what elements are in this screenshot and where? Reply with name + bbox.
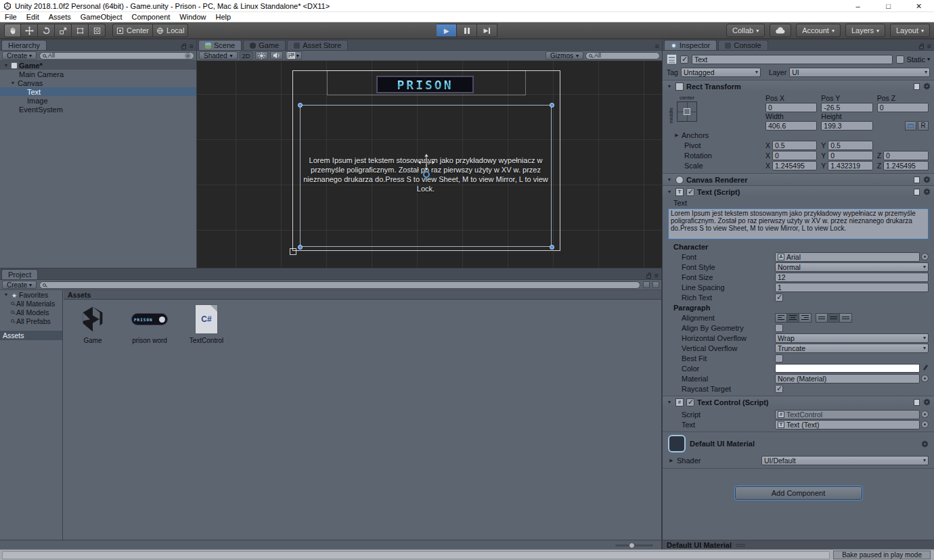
hierarchy-item-text[interactable]: Text — [0, 87, 196, 96]
material-preview-bar[interactable]: Default UI Material — [663, 540, 934, 549]
pivot-center-button[interactable]: Center — [112, 24, 153, 37]
align-right-button[interactable] — [799, 313, 811, 323]
scene-viewport[interactable]: PRISON Lorem Ipsum jest tekstem stosowan… — [197, 61, 662, 268]
foldout-icon[interactable] — [666, 400, 673, 404]
help-icon[interactable] — [914, 83, 920, 90]
gizmos-dropdown[interactable]: Gizmos — [546, 51, 583, 60]
pause-button[interactable] — [457, 24, 477, 37]
object-picker-icon[interactable] — [921, 411, 929, 418]
foldout-icon[interactable] — [3, 292, 9, 297]
tag-dropdown[interactable]: Untagged — [681, 68, 761, 77]
component-header[interactable]: # Text Control (Script) — [663, 396, 934, 408]
width-field[interactable]: 406.6 — [765, 121, 817, 131]
scale-y-field[interactable]: 1.432319 — [828, 161, 872, 170]
asset-item-prison-word[interactable]: PRISON prison word — [127, 304, 172, 344]
component-enabled-checkbox[interactable] — [686, 188, 694, 196]
hierarchy-item-image[interactable]: Image — [0, 96, 196, 105]
scale-tool-button[interactable] — [55, 24, 72, 37]
hand-tool-button[interactable] — [4, 24, 21, 37]
panel-menu-icon[interactable] — [927, 42, 931, 50]
toggle-2d-button[interactable]: 2D — [240, 51, 253, 60]
menu-edit[interactable]: Edit — [22, 13, 44, 21]
gear-icon[interactable] — [923, 188, 931, 195]
menu-window[interactable]: Window — [175, 13, 210, 21]
help-icon[interactable] — [914, 399, 920, 406]
help-icon[interactable] — [914, 177, 920, 183]
assets-folder-item[interactable]: Assets — [0, 331, 62, 340]
rect-handle-bottom-left[interactable] — [298, 245, 303, 250]
material-object-field[interactable]: None (Material) — [775, 374, 920, 383]
pivot-handle[interactable] — [423, 171, 430, 178]
scale-z-field[interactable]: 1.245495 — [883, 161, 929, 170]
account-button[interactable]: Account — [796, 24, 841, 37]
transform-tool-button[interactable] — [89, 24, 106, 37]
create-button[interactable]: Create — [2, 281, 37, 289]
raycast-target-checkbox[interactable] — [775, 385, 783, 393]
object-picker-icon[interactable] — [921, 253, 929, 260]
rotate-tool-button[interactable] — [38, 24, 55, 37]
rotation-x-field[interactable]: 0 — [772, 151, 817, 160]
window-close-button[interactable] — [904, 0, 934, 11]
script-object-field[interactable]: #TextControl — [775, 410, 920, 419]
material-header[interactable]: Default UI Material — [663, 432, 934, 455]
shader-dropdown[interactable]: UI/Default — [761, 456, 929, 465]
favorite-all-prefabs[interactable]: All Prefabs — [0, 317, 62, 325]
step-button[interactable] — [477, 24, 497, 37]
component-header[interactable]: Rect Transform — [663, 80, 934, 92]
collab-button[interactable]: Collab — [726, 24, 765, 37]
search-by-label-button[interactable] — [652, 281, 659, 288]
search-clear-icon[interactable] — [185, 53, 191, 59]
blueprint-mode-button[interactable] — [905, 121, 916, 131]
component-enabled-checkbox[interactable] — [686, 398, 694, 406]
move-gizmo-icon[interactable] — [418, 154, 435, 171]
search-input[interactable]: All — [39, 52, 194, 60]
create-button[interactable]: Create — [2, 51, 37, 60]
menu-file[interactable]: File — [0, 13, 22, 21]
foldout-icon[interactable] — [9, 80, 16, 85]
rotation-z-field[interactable]: 0 — [883, 151, 929, 160]
hierarchy-item-eventsystem[interactable]: EventSystem — [0, 105, 196, 114]
menu-assets[interactable]: Assets — [44, 13, 76, 21]
tab-console[interactable]: Console — [718, 40, 768, 50]
asset-item-game[interactable]: Game — [70, 304, 115, 344]
panel-menu-icon[interactable] — [655, 42, 659, 50]
hierarchy-item-scene[interactable]: Game* — [0, 61, 196, 70]
panel-menu-icon[interactable] — [654, 271, 659, 279]
draw-mode-dropdown[interactable]: Shaded — [199, 51, 238, 60]
anchor-preset-widget[interactable]: center middle — [668, 95, 702, 122]
console-status-field[interactable] — [2, 551, 830, 559]
foldout-icon[interactable] — [673, 133, 680, 138]
canvas-scaler-handle[interactable] — [290, 248, 296, 255]
gear-icon[interactable] — [923, 398, 931, 406]
menu-component[interactable]: Component — [127, 13, 175, 21]
favorites-root[interactable]: Favorites — [0, 290, 62, 299]
add-component-button[interactable]: Add Component — [735, 486, 862, 500]
help-icon[interactable] — [914, 189, 920, 195]
pos-z-field[interactable]: 0 — [877, 103, 929, 112]
static-checkbox[interactable] — [896, 55, 904, 64]
pos-x-field[interactable]: 0 — [765, 103, 817, 112]
gear-icon[interactable] — [923, 83, 931, 90]
search-by-type-button[interactable] — [643, 281, 650, 288]
anchor-preset-box[interactable] — [677, 101, 697, 122]
rotation-y-field[interactable]: 0 — [828, 151, 872, 160]
vertical-overflow-dropdown[interactable]: Truncate — [775, 344, 929, 353]
effects-dropdown-button[interactable] — [285, 51, 302, 60]
tab-inspector[interactable]: Inspector — [664, 40, 717, 50]
component-header[interactable]: T Text (Script) — [663, 186, 934, 197]
layers-button[interactable]: Layers — [845, 24, 885, 37]
align-top-button[interactable] — [816, 313, 828, 323]
thumbnail-size-slider[interactable] — [615, 544, 653, 546]
asset-item-textcontrol[interactable]: C# TextControl — [184, 304, 229, 344]
slider-knob[interactable] — [629, 542, 635, 549]
pivot-local-button[interactable]: Local — [153, 24, 188, 37]
line-spacing-field[interactable]: 1 — [775, 283, 929, 292]
favorite-all-models[interactable]: All Models — [0, 308, 62, 317]
rect-handle-top-right[interactable] — [550, 103, 554, 108]
rect-handle-bottom-right[interactable] — [550, 245, 554, 250]
tab-project[interactable]: Project — [1, 269, 38, 279]
object-picker-icon[interactable] — [921, 375, 929, 382]
align-by-geometry-checkbox[interactable] — [775, 324, 783, 332]
drag-handle-icon[interactable] — [736, 543, 745, 547]
play-button[interactable] — [437, 24, 457, 37]
